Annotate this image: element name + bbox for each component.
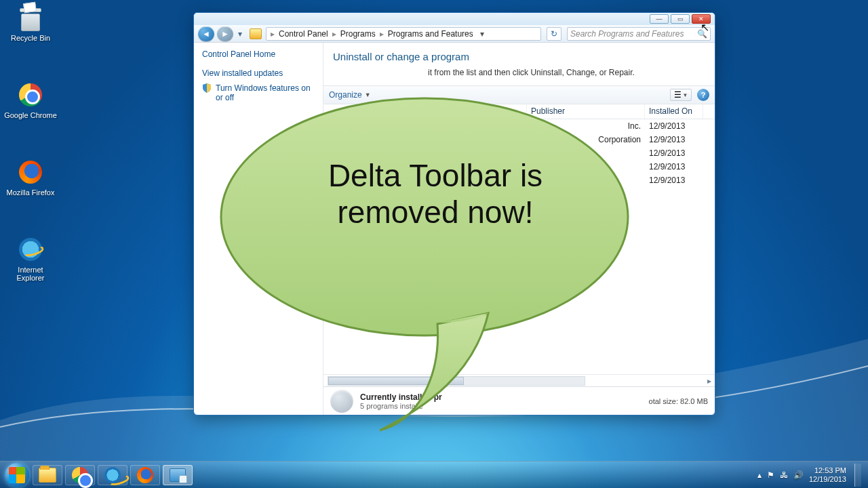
- chevron-down-icon: ▼: [365, 92, 371, 98]
- toolbar: Organize ▼ ☰▼ ?: [323, 85, 715, 104]
- chrome-icon: [72, 467, 88, 483]
- crumb-programs[interactable]: Programs: [338, 29, 378, 39]
- start-button[interactable]: [3, 462, 31, 488]
- search-icon: 🔍: [697, 29, 707, 39]
- main-pane: Uninstall or change a program it from th…: [323, 43, 715, 415]
- taskbar: ▴ ⚑ 🖧 🔊 12:53 PM 12/19/2013: [0, 461, 868, 488]
- view-updates-link[interactable]: View installed updates: [202, 68, 315, 78]
- status-sub: 5 programs installe: [360, 402, 442, 410]
- action-center-icon[interactable]: ⚑: [767, 470, 774, 480]
- windows-orb-icon: [5, 463, 29, 487]
- shield-icon: [202, 83, 212, 93]
- desktop-icon-recycle-bin[interactable]: Recycle Bin: [4, 3, 57, 42]
- breadcrumb[interactable]: ▸ Control Panel ▸ Programs ▸ Programs an…: [266, 27, 541, 41]
- col-installed[interactable]: Installed On: [645, 104, 703, 119]
- volume-icon[interactable]: 🔊: [793, 470, 804, 480]
- crumb-control-panel[interactable]: Control Panel: [276, 29, 331, 39]
- nav-row: ◄ ► ▾ ▸ Control Panel ▸ Programs ▸ Progr…: [194, 25, 715, 43]
- list-header: Publisher Installed On: [323, 104, 715, 119]
- left-pane: Control Panel Home View installed update…: [194, 43, 323, 415]
- forward-button[interactable]: ►: [217, 26, 233, 41]
- statusbar: Currently installed pr 5 programs instal…: [323, 386, 715, 415]
- status-title: Currently installed pr: [360, 392, 442, 402]
- table-row: 12/9/2013: [323, 146, 715, 160]
- chrome-icon: [19, 83, 42, 106]
- desktop-icon-firefox[interactable]: Mozilla Firefox: [4, 157, 57, 197]
- firefox-icon: [137, 467, 153, 483]
- taskbar-control-panel[interactable]: [163, 465, 193, 485]
- taskbar-chrome[interactable]: [65, 465, 95, 485]
- titlebar[interactable]: — ▭ ✕: [194, 13, 715, 25]
- disc-icon: [330, 390, 353, 413]
- desktop-icon-chrome[interactable]: Google Chrome: [4, 80, 57, 119]
- programs-features-window: — ▭ ✕ ↖ ◄ ► ▾ ▸ Control Panel ▸ Programs…: [193, 12, 715, 415]
- system-tray: ▴ ⚑ 🖧 🔊 12:53 PM 12/19/2013: [757, 464, 865, 487]
- tray-arrow-icon[interactable]: ▴: [757, 470, 762, 480]
- history-dropdown[interactable]: ▾: [236, 26, 244, 41]
- clock[interactable]: 12:53 PM 12/19/2013: [809, 466, 846, 483]
- control-panel-icon: [250, 28, 262, 39]
- maximize-button[interactable]: ▭: [671, 14, 690, 24]
- recycle-bin-icon: [17, 4, 44, 31]
- organize-button[interactable]: Organize: [329, 90, 362, 100]
- clock-time: 12:53 PM: [809, 466, 846, 474]
- icon-label: Internet Explorer: [4, 266, 57, 282]
- taskbar-ie[interactable]: [98, 465, 127, 485]
- show-desktop-button[interactable]: [854, 464, 861, 487]
- help-button[interactable]: ?: [697, 89, 709, 101]
- views-button[interactable]: ☰▼: [670, 89, 692, 101]
- clock-date: 12/19/2013: [809, 475, 846, 483]
- icon-label: Mozilla Firefox: [4, 188, 57, 197]
- table-row: 12/9/2013: [323, 160, 715, 174]
- taskbar-firefox[interactable]: [130, 465, 160, 485]
- crumb-programs-features[interactable]: Programs and Features: [385, 29, 476, 39]
- folder-icon: [39, 468, 56, 483]
- ie-icon: [19, 238, 42, 261]
- program-list[interactable]: Inc.12/9/2013 Corporation12/9/2013 12/9/…: [323, 119, 715, 374]
- search-placeholder: Search Programs and Features: [570, 29, 684, 39]
- table-row: 12/9/2013: [323, 174, 715, 187]
- windows-features-link[interactable]: Turn Windows features on or off: [202, 83, 315, 102]
- desktop-icon-ie[interactable]: Internet Explorer: [4, 235, 57, 282]
- control-panel-icon: [170, 468, 186, 482]
- icon-label: Recycle Bin: [4, 34, 57, 42]
- firefox-icon: [19, 161, 42, 184]
- control-panel-home-link[interactable]: Control Panel Home: [202, 49, 315, 59]
- table-row: Corporation12/9/2013: [323, 133, 715, 146]
- col-publisher[interactable]: Publisher: [527, 104, 645, 119]
- search-input[interactable]: Search Programs and Features 🔍: [567, 27, 711, 41]
- back-button[interactable]: ◄: [198, 26, 214, 41]
- table-row: Inc.12/9/2013: [323, 119, 715, 133]
- icon-label: Google Chrome: [4, 111, 57, 119]
- close-button[interactable]: ✕: [692, 14, 711, 24]
- network-icon[interactable]: 🖧: [780, 470, 788, 480]
- page-heading: Uninstall or change a program: [333, 51, 705, 62]
- minimize-button[interactable]: —: [650, 14, 669, 24]
- status-size: otal size: 82.0 MB: [649, 397, 708, 405]
- col-name[interactable]: [323, 104, 527, 119]
- ie-icon: [104, 467, 121, 483]
- taskbar-explorer[interactable]: [33, 465, 62, 485]
- page-subtext: it from the list and then click Uninstal…: [333, 68, 705, 77]
- refresh-button[interactable]: ↻: [547, 27, 561, 41]
- horizontal-scrollbar[interactable]: ▸: [323, 374, 715, 386]
